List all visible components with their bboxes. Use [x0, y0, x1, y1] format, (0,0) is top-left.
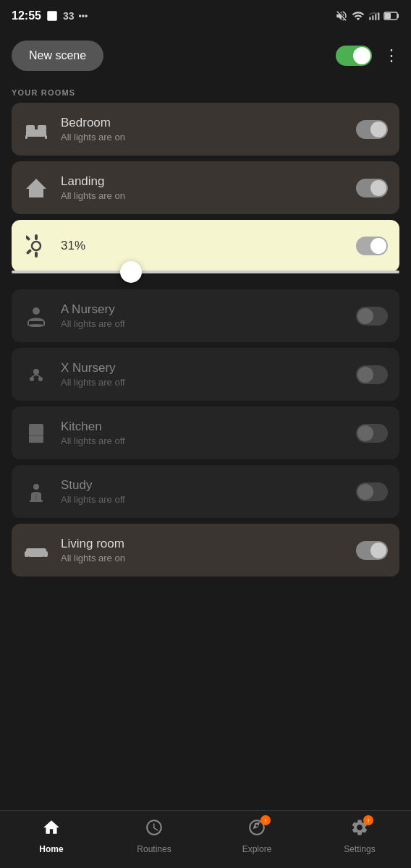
- room-card-living-room[interactable]: Living room All lights are on: [12, 524, 399, 576]
- living-room-status: All lights are on: [61, 553, 125, 563]
- active-room-percent: 31%: [61, 239, 85, 253]
- global-toggle[interactable]: [336, 46, 372, 66]
- room-card-kitchen[interactable]: Kitchen All lights are off: [12, 407, 399, 459]
- svg-rect-17: [26, 249, 32, 255]
- room-card-study[interactable]: Study All lights are off: [12, 465, 399, 518]
- signal-icon: [368, 10, 380, 22]
- x-nursery-status: All lights are off: [61, 377, 125, 388]
- bedroom-toggle[interactable]: [356, 120, 388, 139]
- svg-rect-35: [43, 551, 48, 557]
- routines-nav-label: Routines: [137, 844, 171, 854]
- nav-item-settings[interactable]: ! Settings: [334, 818, 385, 854]
- home-nav-icon: [42, 818, 61, 841]
- battery-icon: [384, 11, 399, 21]
- svg-rect-26: [29, 435, 43, 443]
- svg-point-23: [30, 377, 34, 381]
- status-bar: 12:55 33 •••: [0, 0, 411, 32]
- photo-icon: [46, 9, 59, 22]
- svg-rect-1: [372, 15, 373, 20]
- a-nursery-name: A Nursery: [61, 302, 125, 317]
- home-nav-label: Home: [39, 844, 63, 854]
- a-nursery-toggle[interactable]: [356, 307, 388, 326]
- nav-item-home[interactable]: Home: [26, 818, 77, 854]
- svg-point-18: [33, 307, 40, 315]
- svg-rect-11: [45, 135, 47, 139]
- study-icon: [23, 479, 49, 505]
- x-nursery-icon: [23, 362, 49, 388]
- explore-nav-icon: !: [247, 818, 266, 841]
- room-card-landing[interactable]: Landing All lights are on: [12, 161, 399, 214]
- living-room-icon: [23, 537, 49, 563]
- settings-nav-label: Settings: [344, 844, 375, 854]
- landing-icon: [23, 175, 49, 201]
- nav-item-explore[interactable]: ! Explore: [232, 818, 282, 854]
- mute-icon: [335, 9, 348, 22]
- x-nursery-toggle[interactable]: [356, 365, 388, 384]
- settings-badge: !: [363, 815, 373, 825]
- svg-marker-12: [26, 179, 46, 197]
- svg-rect-16: [26, 235, 30, 241]
- room-card-a-nursery[interactable]: A Nursery All lights are off: [12, 289, 399, 342]
- status-icons: [335, 9, 399, 22]
- bedroom-status: All lights are on: [61, 132, 125, 142]
- a-nursery-status: All lights are off: [61, 318, 125, 329]
- room-card-x-nursery[interactable]: X Nursery All lights are off: [12, 348, 399, 401]
- header: New scene ⋮: [0, 32, 411, 82]
- rooms-list: Bedroom All lights are on Landing All li…: [0, 103, 411, 576]
- svg-rect-6: [385, 13, 391, 19]
- study-status: All lights are off: [61, 494, 125, 505]
- nav-item-routines[interactable]: Routines: [129, 818, 179, 854]
- svg-rect-9: [38, 125, 46, 131]
- svg-rect-10: [25, 135, 27, 139]
- svg-rect-2: [375, 14, 376, 20]
- svg-rect-8: [26, 125, 35, 131]
- bottom-nav: Home Routines ! Explore ! Settings: [0, 810, 411, 868]
- signal-dots: •••: [79, 11, 88, 21]
- svg-point-22: [33, 369, 39, 375]
- bedroom-name: Bedroom: [61, 116, 125, 130]
- kitchen-name: Kitchen: [61, 420, 125, 434]
- slider-thumb[interactable]: [120, 261, 142, 283]
- svg-rect-14: [35, 252, 38, 258]
- routines-nav-icon: [145, 818, 164, 841]
- kitchen-toggle[interactable]: [356, 424, 388, 443]
- room-card-bedroom[interactable]: Bedroom All lights are on: [12, 103, 399, 156]
- slider-track: [12, 271, 399, 273]
- study-name: Study: [61, 478, 125, 493]
- svg-point-21: [28, 324, 44, 327]
- section-label: YOUR ROOMS: [0, 82, 411, 103]
- explore-badge: !: [260, 815, 271, 825]
- svg-rect-0: [369, 17, 370, 20]
- living-room-toggle[interactable]: [356, 541, 388, 560]
- wifi-icon: [352, 9, 365, 22]
- settings-nav-icon: !: [350, 818, 369, 841]
- landing-name: Landing: [61, 174, 125, 189]
- kitchen-status: All lights are off: [61, 435, 125, 446]
- svg-rect-13: [35, 234, 38, 240]
- study-toggle[interactable]: [356, 482, 388, 501]
- svg-point-24: [38, 377, 43, 381]
- room-card-active[interactable]: 31%: [12, 220, 399, 272]
- kitchen-icon: [23, 420, 49, 446]
- landing-toggle[interactable]: [356, 179, 388, 197]
- room-slider[interactable]: [12, 260, 399, 284]
- explore-nav-label: Explore: [242, 844, 272, 854]
- svg-rect-34: [25, 551, 29, 557]
- svg-point-15: [32, 242, 41, 250]
- new-scene-button[interactable]: New scene: [12, 41, 103, 71]
- active-room-icon: [23, 233, 49, 259]
- x-nursery-name: X Nursery: [61, 361, 125, 375]
- svg-point-30: [33, 484, 39, 490]
- a-nursery-icon: [23, 303, 49, 329]
- bedroom-icon: [23, 116, 49, 142]
- landing-status: All lights are on: [61, 190, 125, 201]
- svg-rect-36: [29, 554, 43, 557]
- svg-rect-5: [397, 14, 399, 18]
- svg-rect-3: [378, 12, 379, 20]
- active-room-toggle[interactable]: [356, 237, 388, 255]
- svg-rect-31: [30, 500, 43, 502]
- status-time: 12:55 33 •••: [12, 9, 88, 22]
- battery-indicator: 33: [63, 10, 75, 22]
- more-options-icon[interactable]: ⋮: [384, 46, 399, 65]
- header-right: ⋮: [336, 46, 399, 66]
